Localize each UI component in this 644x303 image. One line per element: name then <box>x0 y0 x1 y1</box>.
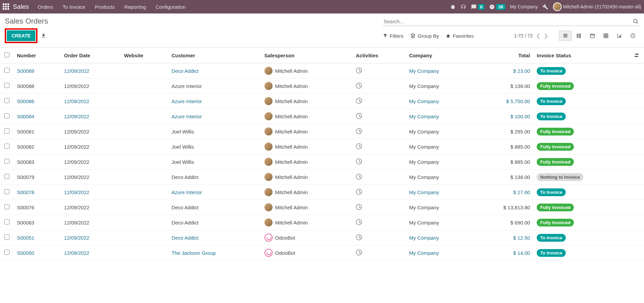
cell-salesperson[interactable]: OdooBot <box>261 230 353 245</box>
cell-activities[interactable] <box>353 200 406 215</box>
cell-number[interactable]: S00081 <box>13 124 61 139</box>
app-name[interactable]: Sales <box>13 3 29 10</box>
cell-date[interactable]: 12/09/2022 <box>61 170 121 185</box>
cell-customer[interactable]: The Jackson Group <box>168 245 261 261</box>
col-website[interactable]: Website <box>121 48 168 63</box>
cell-date[interactable]: 12/09/2022 <box>61 109 121 124</box>
nav-reporting[interactable]: Reporting <box>124 4 146 10</box>
cell-customer[interactable]: Deco Addict <box>168 63 261 79</box>
cell-salesperson[interactable]: Mitchell Admin <box>261 170 353 185</box>
cell-number[interactable]: S00078 <box>13 185 61 200</box>
cell-total[interactable]: $ 138.00 <box>472 79 533 94</box>
cell-total[interactable]: $ 23.00 <box>472 63 533 79</box>
row-checkbox[interactable] <box>4 68 9 73</box>
cell-company[interactable]: My Company <box>406 245 473 261</box>
cell-total[interactable]: $ 690.00 <box>472 215 533 230</box>
tools-icon[interactable] <box>542 4 548 10</box>
cell-company[interactable]: My Company <box>406 139 473 154</box>
cell-activities[interactable] <box>353 245 406 261</box>
pager-prev-icon[interactable]: ❮ <box>536 33 540 39</box>
table-row[interactable]: S0005112/09/2022Deco AddictOdooBotMy Com… <box>0 230 644 245</box>
cell-company[interactable]: My Company <box>406 124 473 139</box>
cell-total[interactable]: $ 885.00 <box>472 154 533 170</box>
kanban-view-icon[interactable] <box>572 31 585 41</box>
cell-customer[interactable]: Deco Addict <box>168 230 261 245</box>
cell-date[interactable]: 12/09/2022 <box>61 154 121 170</box>
cell-customer[interactable]: Joel Willis <box>168 154 261 170</box>
company-selector[interactable]: My Company <box>510 4 538 9</box>
cell-customer[interactable]: Deco Addict <box>168 170 261 185</box>
cell-activities[interactable] <box>353 170 406 185</box>
table-row[interactable]: S0008912/09/2022Deco AddictMitchell Admi… <box>0 63 644 79</box>
cell-customer[interactable]: Azure Interior <box>168 79 261 94</box>
row-checkbox[interactable] <box>4 250 9 255</box>
cell-activities[interactable] <box>353 109 406 124</box>
table-row[interactable]: S0007912/09/2022Deco AddictMitchell Admi… <box>0 170 644 185</box>
cell-company[interactable]: My Company <box>406 63 473 79</box>
cell-company[interactable]: My Company <box>406 185 473 200</box>
cell-number[interactable]: S00051 <box>13 230 61 245</box>
col-company[interactable]: Company <box>406 48 473 63</box>
table-row[interactable]: S0008112/09/2022Joel WillisMitchell Admi… <box>0 124 644 139</box>
messaging-icon[interactable]: 8 <box>471 4 484 10</box>
cell-number[interactable]: S00083 <box>13 154 61 170</box>
cell-company[interactable]: My Company <box>406 94 473 109</box>
table-row[interactable]: S0008412/09/2022Azure InteriorMitchell A… <box>0 109 644 124</box>
calendar-view-icon[interactable] <box>586 31 599 41</box>
cell-salesperson[interactable]: Mitchell Admin <box>261 109 353 124</box>
cell-company[interactable]: My Company <box>406 79 473 94</box>
graph-view-icon[interactable] <box>613 31 626 41</box>
export-icon[interactable] <box>41 33 46 38</box>
nav-products[interactable]: Products <box>95 4 115 10</box>
cell-date[interactable]: 12/09/2022 <box>61 230 121 245</box>
col-order-date[interactable]: Order Date <box>61 48 121 63</box>
filters-button[interactable]: Filters <box>383 33 403 39</box>
cell-date[interactable]: 12/09/2022 <box>61 245 121 261</box>
phone-icon[interactable] <box>460 4 466 10</box>
col-customer[interactable]: Customer <box>168 48 261 63</box>
cell-salesperson[interactable]: Mitchell Admin <box>261 79 353 94</box>
col-number[interactable]: Number <box>13 48 61 63</box>
cell-company[interactable]: My Company <box>406 200 473 215</box>
cell-customer[interactable]: Joel Willis <box>168 124 261 139</box>
pager-next-icon[interactable]: ❯ <box>544 33 548 39</box>
user-menu[interactable]: Mitchell Admin (21702450-master-all) <box>553 2 641 11</box>
table-row[interactable]: S0008212/09/2022Joel WillisMitchell Admi… <box>0 139 644 154</box>
cell-total[interactable]: $ 5,750.00 <box>472 94 533 109</box>
col-total[interactable]: Total <box>472 48 533 63</box>
table-row[interactable]: S0008612/09/2022Azure InteriorMitchell A… <box>0 94 644 109</box>
cell-customer[interactable]: Deco Addict <box>168 215 261 230</box>
cell-salesperson[interactable]: Mitchell Admin <box>261 63 353 79</box>
table-row[interactable]: S0008312/09/2022Joel WillisMitchell Admi… <box>0 154 644 170</box>
cell-number[interactable]: S00050 <box>13 245 61 261</box>
cell-customer[interactable]: Azure Interior <box>168 185 261 200</box>
select-all-checkbox[interactable] <box>4 52 9 57</box>
cell-date[interactable]: 12/09/2022 <box>61 200 121 215</box>
cell-company[interactable]: My Company <box>406 170 473 185</box>
row-checkbox[interactable] <box>4 128 9 133</box>
cell-salesperson[interactable]: Mitchell Admin <box>261 124 353 139</box>
row-checkbox[interactable] <box>4 144 9 149</box>
cell-activities[interactable] <box>353 139 406 154</box>
nav-configuration[interactable]: Configuration <box>156 4 186 10</box>
cell-activities[interactable] <box>353 94 406 109</box>
cell-salesperson[interactable]: Mitchell Admin <box>261 94 353 109</box>
pivot-view-icon[interactable] <box>599 31 612 41</box>
cell-company[interactable]: My Company <box>406 109 473 124</box>
col-activities[interactable]: Activities <box>353 48 406 63</box>
row-checkbox[interactable] <box>4 204 9 209</box>
table-row[interactable]: S0007612/09/2022Deco AddictMitchell Admi… <box>0 200 644 215</box>
bug-icon[interactable] <box>450 4 456 10</box>
create-button[interactable]: CREATE <box>7 30 35 41</box>
row-checkbox[interactable] <box>4 174 9 179</box>
cell-salesperson[interactable]: Mitchell Admin <box>261 139 353 154</box>
cell-total[interactable]: $ 27.60 <box>472 185 533 200</box>
search-input[interactable] <box>384 19 633 24</box>
cell-number[interactable]: S00089 <box>13 63 61 79</box>
groupby-button[interactable]: Group By <box>410 33 439 39</box>
cell-total[interactable]: $ 295.00 <box>472 124 533 139</box>
cell-total[interactable]: $ 138.00 <box>472 170 533 185</box>
cell-total[interactable]: $ 885.00 <box>472 139 533 154</box>
cell-date[interactable]: 12/09/2022 <box>61 185 121 200</box>
nav-orders[interactable]: Orders <box>38 4 53 10</box>
